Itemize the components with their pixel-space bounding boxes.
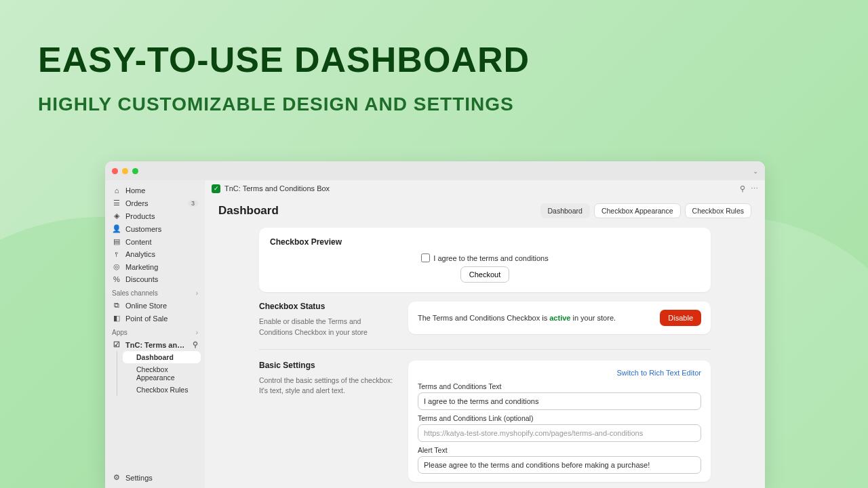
more-icon[interactable]: ⋯ (751, 184, 758, 193)
preview-card: Checkbox Preview I agree to the terms an… (259, 228, 711, 292)
sidebar-item-products[interactable]: ◈ Products (109, 209, 201, 222)
app-name: TnC: Terms and Conditions Box (224, 184, 330, 192)
customers-icon: 👤 (112, 224, 121, 233)
preview-checkbox-row[interactable]: I agree to the terms and conditions (421, 253, 548, 262)
sidebar-item-analytics[interactable]: ⫯ Analytics (109, 248, 201, 260)
status-title: Checkbox Status (259, 302, 395, 311)
status-desc: Enable or disable the Terms and Conditio… (259, 317, 395, 338)
store-icon: ⧉ (112, 301, 121, 310)
chevron-right-icon[interactable]: › (196, 329, 198, 336)
close-dot[interactable] (112, 168, 118, 174)
apps-section: Apps › (109, 325, 201, 338)
sidebar-item-home[interactable]: ⌂ Home (109, 184, 201, 197)
app-topbar: ✓ TnC: Terms and Conditions Box ⚲ ⋯ (205, 180, 765, 197)
agree-text: I agree to the terms and conditions (433, 254, 548, 262)
basic-title: Basic Settings (259, 361, 395, 370)
tab-bar: Dashboard Checkbox Appearance Checkbox R… (540, 203, 751, 218)
sidebar-item-orders[interactable]: ☰ Orders 3 (109, 197, 201, 209)
orders-icon: ☰ (112, 199, 121, 207)
basic-section: Basic Settings Control the basic setting… (259, 361, 711, 482)
pos-icon: ◧ (112, 314, 121, 323)
sales-channels-section: Sales channels › (109, 285, 201, 299)
app-sub-rules[interactable]: Checkbox Rules (123, 384, 201, 396)
app-window: ⌄ ⌂ Home ☰ Orders 3 ◈ Products 👤 Custome… (105, 161, 765, 488)
app-sub-dashboard[interactable]: Dashboard (123, 351, 201, 363)
home-icon: ⌂ (112, 186, 121, 195)
tc-link-input[interactable] (418, 424, 701, 442)
pin-icon[interactable]: ⚲ (193, 340, 198, 349)
content-area: ✓ TnC: Terms and Conditions Box ⚲ ⋯ Dash… (205, 180, 765, 488)
analytics-icon: ⫯ (112, 250, 121, 258)
sidebar-item-tnc-app[interactable]: ☑ TnC: Terms and Cond... ⚲ (109, 338, 201, 351)
sidebar-item-online-store[interactable]: ⧉ Online Store (109, 299, 201, 312)
minimize-dot[interactable] (122, 168, 128, 174)
discounts-icon: % (112, 275, 121, 283)
status-text: The Terms and Conditions Checkbox is act… (418, 314, 616, 322)
alert-label: Alert Text (418, 446, 701, 454)
tc-text-label: Terms and Conditions Text (418, 382, 701, 390)
tab-rules[interactable]: Checkbox Rules (685, 203, 751, 218)
basic-card: Switch to Rich Text Editor Terms and Con… (408, 361, 711, 482)
chevron-down-icon[interactable]: ⌄ (753, 167, 758, 175)
sidebar-item-customers[interactable]: 👤 Customers (109, 222, 201, 235)
hero-title: EASY-TO-USE DASHBOARD (38, 39, 530, 80)
tc-link-label: Terms and Conditions Link (optional) (418, 414, 701, 422)
page-title: Dashboard (218, 204, 279, 218)
products-icon: ◈ (112, 211, 121, 220)
marketing-icon: ◎ (112, 262, 121, 271)
orders-badge: 3 (188, 200, 198, 207)
sidebar: ⌂ Home ☰ Orders 3 ◈ Products 👤 Customers… (105, 180, 205, 488)
tab-appearance[interactable]: Checkbox Appearance (594, 203, 681, 218)
sidebar-item-marketing[interactable]: ◎ Marketing (109, 260, 201, 273)
sidebar-item-pos[interactable]: ◧ Point of Sale (109, 312, 201, 325)
status-section: Checkbox Status Enable or disable the Te… (259, 302, 711, 338)
hero-subtitle: HIGHLY CUSTOMIZABLE DESIGN AND SETTINGS (38, 94, 514, 115)
divider (259, 349, 711, 350)
switch-editor-link[interactable]: Switch to Rich Text Editor (418, 369, 701, 377)
checkbox-icon: ☑ (112, 340, 121, 349)
window-titlebar: ⌄ (105, 161, 765, 180)
tab-dashboard[interactable]: Dashboard (540, 203, 590, 218)
app-sub-appearance[interactable]: Checkbox Appearance (123, 363, 201, 384)
tc-text-input[interactable] (418, 392, 701, 410)
checkout-button[interactable]: Checkout (460, 266, 509, 283)
status-card: The Terms and Conditions Checkbox is act… (408, 302, 711, 334)
sidebar-item-discounts[interactable]: % Discounts (109, 273, 201, 285)
basic-desc: Control the basic settings of the checkb… (259, 375, 395, 397)
gear-icon: ⚙ (112, 473, 121, 482)
app-logo-icon: ✓ (212, 184, 220, 193)
pin-icon[interactable]: ⚲ (740, 184, 745, 193)
preview-title: Checkbox Preview (270, 237, 700, 247)
sidebar-item-settings[interactable]: ⚙ Settings (109, 471, 201, 484)
agree-checkbox[interactable] (421, 253, 430, 262)
chevron-right-icon[interactable]: › (196, 289, 198, 297)
maximize-dot[interactable] (132, 168, 138, 174)
content-icon: ▤ (112, 237, 121, 246)
sidebar-item-content[interactable]: ▤ Content (109, 235, 201, 248)
alert-input[interactable] (418, 456, 701, 474)
disable-button[interactable]: Disable (660, 310, 701, 326)
